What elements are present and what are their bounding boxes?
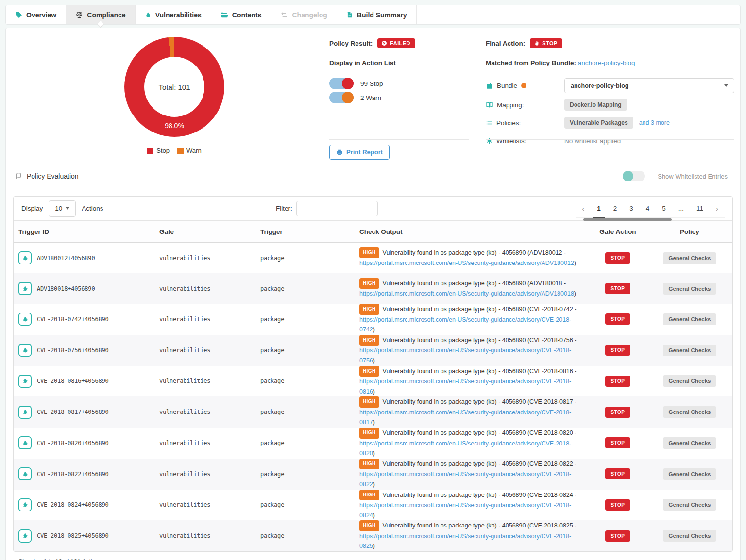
- policy-result-column: Policy Result: FAILED Display in Action …: [329, 28, 486, 165]
- page-button-1[interactable]: 1: [591, 197, 607, 221]
- severity-badge: HIGH: [359, 428, 379, 439]
- toggle-knob: [623, 171, 633, 181]
- gate-action-badge: STOP: [605, 283, 630, 294]
- print-report-button[interactable]: Print Report: [329, 145, 390, 160]
- policies-more-link[interactable]: and 3 more: [639, 119, 670, 126]
- whitelists-label: Whitelists:: [496, 137, 526, 145]
- droplet-icon: [145, 12, 152, 18]
- check-output-suffix: ): [373, 481, 375, 488]
- check-output-cell: HIGHVulnerability found in os package ty…: [355, 278, 589, 299]
- bug-icon: [18, 282, 32, 295]
- check-output-suffix: ): [574, 290, 576, 297]
- horizontal-scrollbar-thumb[interactable]: [583, 218, 672, 221]
- bug-icon: [18, 406, 32, 419]
- gate-action-badge: STOP: [605, 437, 630, 448]
- bug-icon: [18, 498, 32, 511]
- trigger-id-value: ADV180012+4056890: [37, 255, 95, 262]
- tab-bar: Overview Compliance Vulnerabilities Cont…: [5, 5, 741, 25]
- policy-pill: General Checks: [663, 468, 717, 480]
- summary-section: 98.0% Total: 101 Stop Warn Policy Result…: [6, 28, 740, 165]
- gate-action-badge: STOP: [605, 313, 630, 325]
- trigger-value: package: [255, 316, 355, 323]
- policies-value-pill: Vulnerable Packages: [564, 117, 633, 129]
- tab-overview[interactable]: Overview: [6, 5, 66, 24]
- prev-page-button[interactable]: ‹: [576, 197, 591, 221]
- toggle-knob: [342, 78, 354, 89]
- column-header-trigger: Trigger: [255, 228, 355, 235]
- matched-bundle-link[interactable]: anchore-policy-blog: [578, 59, 635, 66]
- show-whitelisted-toggle[interactable]: [623, 171, 645, 181]
- page-ellipsis: ...: [672, 197, 690, 221]
- table-row: CVE-2018-0817+4056890 vulnerabilities pa…: [14, 396, 732, 428]
- tab-changelog[interactable]: Changelog: [271, 5, 337, 24]
- advisory-link[interactable]: https://portal.msrc.microsoft.com/en-US/…: [359, 347, 571, 364]
- mapping-label: Mapping:: [497, 101, 524, 109]
- warn-filter-toggle[interactable]: [329, 92, 354, 103]
- briefcase-icon: [486, 82, 493, 90]
- gate-action-badge: STOP: [605, 499, 630, 511]
- advisory-link[interactable]: https://portal.msrc.microsoft.com/en-US/…: [359, 502, 571, 519]
- table-controls: Display 10 Actions Filter: ‹ 1 2 3 4 5 .…: [14, 197, 732, 221]
- advisory-link[interactable]: https://portal.msrc.microsoft.com/en-US/…: [359, 440, 571, 457]
- policy-pill: General Checks: [663, 530, 717, 542]
- trigger-id-value: CVE-2018-0756+4056890: [37, 347, 109, 354]
- legend-item-warn[interactable]: Warn: [177, 147, 202, 154]
- table-row: ADV180018+4056890 vulnerabilities packag…: [14, 273, 732, 304]
- tab-build-summary[interactable]: Build Summary: [337, 5, 417, 24]
- advisory-link[interactable]: https://portal.msrc.microsoft.com/en-US/…: [359, 316, 571, 333]
- printer-icon: [336, 149, 343, 156]
- next-page-button[interactable]: ›: [710, 197, 725, 221]
- stop-filter-row: 99 Stop: [329, 78, 469, 89]
- bundle-select[interactable]: anchore-policy-blog: [564, 78, 734, 93]
- page-button-4[interactable]: 4: [640, 197, 656, 221]
- trigger-id-value: CVE-2018-0817+4056890: [37, 409, 109, 415]
- info-circle-icon[interactable]: [521, 82, 527, 89]
- page-button-11[interactable]: 11: [690, 197, 710, 221]
- stop-swatch-icon: [147, 148, 153, 154]
- stop-filter-toggle[interactable]: [329, 78, 354, 89]
- trigger-id-value: CVE-2018-0825+4056890: [37, 532, 109, 539]
- tab-compliance[interactable]: Compliance: [66, 5, 135, 24]
- page-button-5[interactable]: 5: [656, 197, 672, 221]
- trigger-value: package: [255, 471, 355, 478]
- advisory-link[interactable]: https://portal.msrc.microsoft.com/en-US/…: [359, 290, 574, 297]
- advisory-link[interactable]: https://portal.msrc.microsoft.com/en-US/…: [359, 533, 571, 550]
- trigger-value: package: [255, 440, 355, 446]
- advisory-link[interactable]: https://portal.msrc.microsoft.com/en-US/…: [359, 260, 574, 266]
- trigger-value: package: [255, 501, 355, 508]
- trigger-value: package: [255, 255, 355, 262]
- advisory-link[interactable]: https://portal.msrc.microsoft.com/en-US/…: [359, 409, 571, 426]
- table-row: CVE-2018-0816+4056890 vulnerabilities pa…: [14, 366, 732, 397]
- tag-icon: [15, 11, 22, 18]
- severity-badge: HIGH: [359, 396, 379, 408]
- chevron-down-icon: [66, 207, 69, 210]
- trigger-id-value: CVE-2018-0816+4056890: [37, 378, 109, 384]
- chevron-down-icon: [724, 84, 728, 87]
- check-output-text: Vulnerability found in os package type (…: [383, 280, 566, 287]
- page-size-select[interactable]: 10: [49, 200, 76, 217]
- matched-bundle-title: Matched from Policy Bundle: anchore-poli…: [486, 59, 734, 71]
- show-whitelisted-label: Show Whitelisted Entries: [658, 173, 728, 180]
- tab-label: Overview: [26, 11, 56, 19]
- gate-value: vulnerabilities: [154, 532, 255, 539]
- whitelists-value: No whitelist applied: [564, 137, 621, 145]
- filter-input[interactable]: [296, 201, 378, 216]
- column-header-trigger-id: Trigger ID: [14, 228, 154, 235]
- check-output-text: Vulnerability found in os package type (…: [383, 368, 577, 375]
- check-output-cell: HIGHVulnerability found in os package ty…: [355, 490, 589, 521]
- page-button-3[interactable]: 3: [623, 197, 640, 221]
- advisory-link[interactable]: https://portal.msrc.microsoft.com/en-US/…: [359, 471, 571, 488]
- page-button-2[interactable]: 2: [607, 197, 624, 221]
- check-output-text: Vulnerability found in os package type (…: [383, 429, 577, 436]
- tab-contents[interactable]: Contents: [211, 5, 271, 24]
- tab-label: Build Summary: [357, 11, 407, 19]
- check-output-text: Vulnerability found in os package type (…: [383, 398, 577, 405]
- advisory-link[interactable]: https://portal.msrc.microsoft.com/en-US/…: [359, 378, 571, 395]
- legend-item-stop[interactable]: Stop: [147, 147, 170, 154]
- divider: [486, 139, 734, 140]
- column-header-gate-action: Gate Action: [589, 228, 647, 235]
- check-output-text: Vulnerability found in os package type (…: [383, 492, 577, 498]
- filter-label: Filter:: [276, 205, 292, 212]
- severity-badge: HIGH: [359, 366, 379, 377]
- tab-vulnerabilities[interactable]: Vulnerabilities: [136, 5, 211, 24]
